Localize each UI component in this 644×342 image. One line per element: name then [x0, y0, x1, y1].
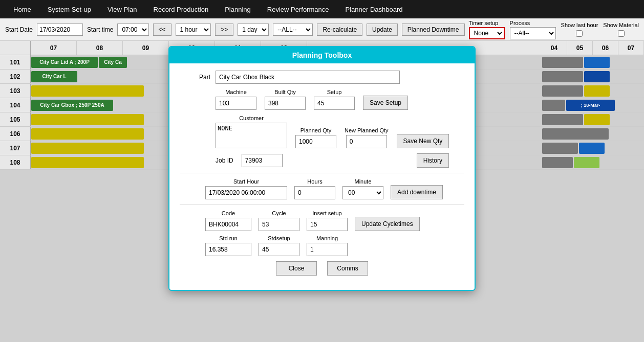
recalculate-button[interactable]: Re-calculate — [317, 24, 362, 36]
machine-input[interactable] — [216, 97, 256, 110]
prev-button[interactable]: << — [153, 24, 171, 36]
dialog-body: Part Machine Built Qty Setup — [169, 63, 475, 290]
setup-label: Setup — [327, 89, 342, 95]
customer-group: Customer NONE — [216, 115, 287, 148]
timer-group: Timer setup None — [469, 20, 505, 39]
save-new-qty-button[interactable]: Save New Qty — [397, 134, 449, 148]
start-hour-input[interactable] — [205, 186, 287, 199]
cycle-bottom-section: Std run Stdsetup Manning — [205, 235, 464, 256]
next-button[interactable]: >> — [215, 24, 233, 36]
main-content: 07 08 09 10 11 12 101 City Car Lid A ; 2… — [0, 41, 644, 342]
history-button[interactable]: History — [417, 153, 449, 168]
stdsetup-label: Stdsetup — [268, 235, 290, 241]
part-row: Part — [180, 71, 464, 84]
built-qty-input[interactable] — [265, 97, 306, 110]
customer-label: Customer — [239, 115, 264, 121]
close-button[interactable]: Close — [276, 261, 317, 276]
new-planned-qty-group: New Planned Qty — [345, 127, 389, 148]
part-label: Part — [180, 74, 210, 81]
insert-setup-input[interactable] — [307, 218, 348, 231]
process-select[interactable]: --All-- — [510, 27, 556, 39]
hours-label: Hours — [307, 178, 322, 185]
std-run-group: Std run — [205, 235, 251, 256]
show-material-label: Show Material — [603, 22, 639, 28]
built-qty-group: Built Qty — [265, 89, 306, 110]
save-setup-button[interactable]: Save Setup — [363, 96, 408, 110]
job-id-row: Job ID History — [216, 153, 464, 168]
nav-home[interactable]: Home — [5, 0, 39, 18]
machine-label: Machine — [225, 89, 247, 95]
std-run-input[interactable] — [205, 243, 251, 256]
downtime-section: Start Hour Hours Minute 00 15 30 45 — [205, 178, 464, 199]
day-select[interactable]: 1 day — [238, 24, 269, 36]
stdsetup-group: Stdsetup — [259, 235, 299, 256]
customer-textarea[interactable]: NONE — [216, 123, 287, 148]
nav-review-performance[interactable]: Review Performance — [259, 0, 337, 18]
timer-select[interactable]: None — [469, 27, 505, 39]
cycle-top-section: Code Cycle Insert setup Update Cycletime… — [205, 210, 464, 231]
new-planned-qty-input[interactable] — [346, 135, 387, 148]
minute-select[interactable]: 00 15 30 45 — [342, 186, 383, 199]
planning-toolbox-dialog: Planning Toolbox Part Machine Built Qty — [168, 46, 476, 291]
show-material-group: Show Material — [603, 22, 639, 37]
dialog-footer: Close Comms — [180, 256, 464, 283]
start-time-select[interactable]: 07:00 — [117, 24, 148, 36]
planned-qty-group: Planned Qty — [295, 127, 336, 148]
start-date-label: Start Date — [5, 26, 33, 33]
divider-2 — [180, 204, 464, 205]
cycle-input[interactable] — [259, 218, 299, 231]
planned-downtime-button[interactable]: Planned Downtime — [402, 24, 465, 36]
new-planned-qty-label: New Planned Qty — [345, 127, 389, 133]
nav-record-production[interactable]: Record Production — [145, 0, 217, 18]
job-id-input[interactable] — [242, 154, 283, 167]
start-time-label: Start time — [87, 26, 113, 33]
stdsetup-input[interactable] — [259, 243, 299, 256]
code-label: Code — [222, 210, 235, 216]
minute-label: Minute — [354, 178, 371, 185]
nav-view-plan[interactable]: View Plan — [99, 0, 145, 18]
nav-planning[interactable]: Planning — [217, 0, 259, 18]
comms-button[interactable]: Comms — [327, 261, 368, 276]
machine-row: Machine Built Qty Setup Save Setup — [216, 89, 464, 110]
setup-input[interactable] — [314, 97, 355, 110]
update-cycletimes-button[interactable]: Update Cycletimes — [355, 217, 420, 231]
cycle-group: Cycle — [259, 210, 299, 231]
hours-input[interactable] — [294, 186, 335, 199]
show-last-hour-checkbox[interactable] — [576, 30, 583, 37]
built-qty-label: Built Qty — [274, 89, 296, 95]
timer-setup-label: Timer setup — [469, 20, 499, 26]
divider-1 — [180, 173, 464, 173]
setup-group: Setup — [314, 89, 355, 110]
planned-qty-label: Planned Qty — [300, 127, 332, 133]
nav-system-setup[interactable]: System Set-up — [39, 0, 99, 18]
minute-group: Minute 00 15 30 45 — [342, 178, 383, 199]
code-group: Code — [205, 210, 251, 231]
show-last-hour-group: Show last hour — [561, 22, 598, 37]
interval-select[interactable]: 1 hour — [176, 24, 211, 36]
job-id-label: Job ID — [216, 157, 233, 164]
filter-select[interactable]: --ALL-- — [273, 24, 313, 36]
manning-group: Manning — [307, 235, 348, 256]
cycle-label: Cycle — [272, 210, 286, 216]
insert-setup-label: Insert setup — [312, 210, 341, 216]
start-hour-group: Start Hour — [205, 178, 287, 199]
part-input[interactable] — [216, 71, 400, 84]
dialog-overlay: Planning Toolbox Part Machine Built Qty — [0, 41, 644, 342]
nav-planner-dashboard[interactable]: Planner Dashboard — [337, 0, 411, 18]
dialog-title: Planning Toolbox — [169, 47, 475, 63]
std-run-label: Std run — [219, 235, 237, 241]
start-date-input[interactable] — [37, 24, 83, 36]
manning-input[interactable] — [307, 243, 348, 256]
navigation-bar: Home System Set-up View Plan Record Prod… — [0, 0, 644, 18]
customer-row: Customer NONE Planned Qty New Planned Qt… — [216, 115, 464, 148]
start-hour-label: Start Hour — [233, 178, 259, 185]
add-downtime-button[interactable]: Add downtime — [391, 185, 443, 199]
planned-qty-input[interactable] — [295, 135, 336, 148]
insert-setup-group: Insert setup — [307, 210, 348, 231]
update-button[interactable]: Update — [367, 24, 398, 36]
code-input[interactable] — [205, 218, 251, 231]
toolbar-right: Timer setup None Process --All-- Show la… — [469, 20, 639, 39]
machine-group: Machine — [216, 89, 256, 110]
show-material-checkbox[interactable] — [618, 30, 625, 37]
process-label: Process — [510, 20, 530, 26]
